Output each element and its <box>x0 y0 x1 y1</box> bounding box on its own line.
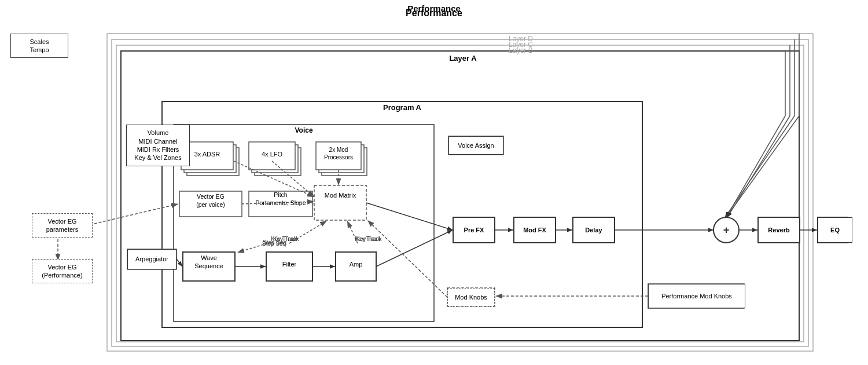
reverb-box: Reverb <box>758 217 800 243</box>
mod-knobs-box: Mod Knobs <box>447 288 495 306</box>
mod-fx-label: Mod FX <box>523 226 546 234</box>
svg-line-60 <box>726 116 785 217</box>
pitch-label: PitchPortamento, Slope <box>249 191 312 207</box>
main-container: Performance <box>0 0 868 365</box>
mod-fx-box: Mod FX <box>514 217 556 243</box>
svg-rect-13 <box>252 145 298 173</box>
svg-rect-10 <box>184 145 236 173</box>
svg-line-58 <box>725 116 795 217</box>
wave-sequence-label: WaveSequence <box>183 254 235 271</box>
svg-rect-20 <box>314 185 366 220</box>
delay-label: Delay <box>585 226 602 234</box>
eq-box: EQ <box>818 217 852 243</box>
scales-tempo-box: ScalesTempo <box>10 34 68 58</box>
arpeggiator-label: Arpeggiator <box>135 255 168 263</box>
diagram-title: Performance <box>0 3 868 13</box>
svg-line-34 <box>176 259 182 267</box>
key-track-1-text: Key Track <box>273 236 299 242</box>
lfo-label: 4x LFO <box>249 151 295 158</box>
program-a-label: Program A <box>162 103 642 112</box>
voice-assign-label: Voice Assign <box>458 141 494 149</box>
scales-tempo-label: ScalesTempo <box>30 38 49 54</box>
voice-section-label: Voice <box>174 126 434 134</box>
adsr-label: 3x ADSR <box>181 151 233 158</box>
pre-fx-label: Pre FX <box>464 226 484 234</box>
amp-label: Amp <box>336 261 376 268</box>
pre-fx-box: Pre FX <box>453 217 495 243</box>
eq-label: EQ <box>830 226 840 234</box>
filter-label: Filter <box>266 261 312 268</box>
svg-line-61 <box>367 220 447 297</box>
plus-symbol: + <box>720 224 733 236</box>
vector-eg-voice-label: Vector EG(per voice) <box>179 193 242 209</box>
voice-assign-box: Voice Assign <box>448 136 503 155</box>
vector-eg-params-box: Vector EGparameters <box>32 213 93 238</box>
mod-knobs-label: Mod Knobs <box>455 293 487 301</box>
perf-mod-knobs-label: Performance Mod Knobs <box>661 292 732 300</box>
svg-line-59 <box>727 116 790 217</box>
vector-eg-perf-box: Vector EG(Performance) <box>32 259 93 283</box>
svg-rect-7 <box>162 101 642 327</box>
svg-line-35 <box>90 204 178 225</box>
mod-processors-label: 2x ModProcessors <box>316 146 361 161</box>
vector-eg-params-label: Vector EGparameters <box>46 217 79 234</box>
reverb-label: Reverb <box>768 226 789 234</box>
svg-line-47 <box>366 203 453 230</box>
key-track-2-text: Key Track <box>355 236 380 242</box>
layer-b-label: Layer B <box>376 46 665 54</box>
delay-box: Delay <box>573 217 615 243</box>
vector-eg-perf-label: Vector EG(Performance) <box>42 263 82 280</box>
layer-a-label: Layer A <box>318 54 608 63</box>
mod-matrix-label: Mod Matrix <box>314 191 366 199</box>
perf-mod-knobs-box: Performance Mod Knobs <box>648 284 745 308</box>
svg-line-46 <box>376 230 453 267</box>
arpeggiator-box: Arpeggiator <box>127 249 176 269</box>
svg-line-57 <box>726 116 799 217</box>
